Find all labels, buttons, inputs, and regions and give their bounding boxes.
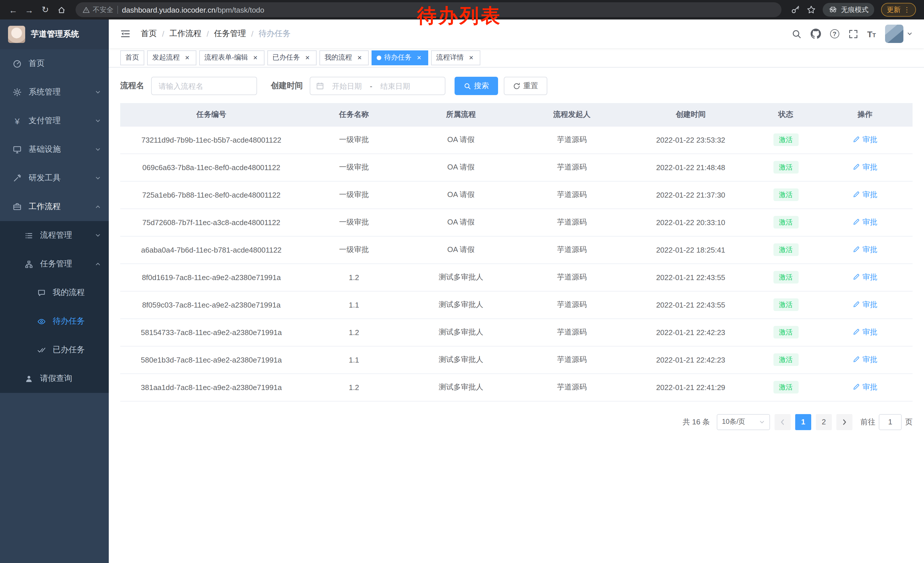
app-window: 芋道管理系统 首页 系统管理 ¥ 支付管 bbox=[0, 20, 924, 563]
breadcrumb-workflow[interactable]: 工作流程 bbox=[170, 29, 201, 39]
goto-page-input[interactable] bbox=[879, 414, 902, 430]
task-id: 069c6a63-7b8a-11ec-8ef0-acde48001122 bbox=[120, 153, 303, 181]
user-menu[interactable] bbox=[885, 25, 912, 43]
font-size-icon[interactable]: TT bbox=[867, 30, 876, 38]
sidebar-item-my-processes[interactable]: 我的流程 bbox=[0, 278, 109, 307]
person-icon bbox=[23, 374, 34, 383]
table-column-header: 任务编号 bbox=[120, 103, 303, 126]
monitor-icon bbox=[12, 145, 23, 154]
approve-link[interactable]: 审批 bbox=[853, 272, 878, 282]
approve-link[interactable]: 审批 bbox=[853, 354, 878, 365]
sidebar-item-payment[interactable]: ¥ 支付管理 bbox=[0, 107, 109, 135]
approve-link[interactable]: 审批 bbox=[853, 162, 878, 173]
tab-close-icon[interactable]: × bbox=[251, 54, 260, 62]
home-icon[interactable] bbox=[54, 2, 69, 17]
url-text[interactable]: dashboard.yudao.iocoder.cn/bpm/task/todo bbox=[122, 6, 264, 14]
reset-button[interactable]: 重置 bbox=[504, 77, 547, 95]
status-cell: 激活 bbox=[754, 181, 817, 209]
tab-close-icon[interactable]: × bbox=[415, 54, 423, 62]
action-cell: 审批 bbox=[818, 291, 912, 318]
process-name: 测试多审批人 bbox=[405, 374, 516, 401]
sidebar-item-done-tasks[interactable]: 已办任务 bbox=[0, 336, 109, 364]
fullscreen-icon[interactable] bbox=[848, 29, 858, 39]
sidebar-item-home[interactable]: 首页 bbox=[0, 49, 109, 78]
sidebar-item-workflow[interactable]: 工作流程 bbox=[0, 192, 109, 221]
create-time: 2022-01-21 22:42:23 bbox=[627, 318, 754, 346]
dashboard-icon bbox=[12, 59, 23, 68]
approve-link[interactable]: 审批 bbox=[853, 217, 878, 227]
approve-link[interactable]: 审批 bbox=[853, 189, 878, 200]
action-cell: 审批 bbox=[818, 346, 912, 374]
app-logo-row[interactable]: 芋道管理系统 bbox=[0, 20, 109, 49]
tab-close-icon[interactable]: × bbox=[356, 54, 363, 62]
approve-link[interactable]: 审批 bbox=[853, 245, 878, 255]
sidebar-toggle-icon[interactable] bbox=[120, 29, 130, 39]
security-indicator[interactable]: 不安全 bbox=[82, 5, 113, 15]
tab-close-icon[interactable]: × bbox=[183, 54, 191, 62]
approve-link[interactable]: 审批 bbox=[853, 135, 878, 145]
calendar-icon bbox=[316, 82, 324, 90]
gear-icon bbox=[12, 88, 23, 97]
sidebar-item-process-management[interactable]: 流程管理 bbox=[0, 221, 109, 250]
tab-item-0[interactable]: 首页 bbox=[120, 50, 144, 65]
sidebar-item-todo-tasks[interactable]: 待办任务 bbox=[0, 307, 109, 336]
omnibox-divider bbox=[117, 6, 118, 14]
start-date-input[interactable] bbox=[326, 81, 368, 91]
end-date-input[interactable] bbox=[375, 81, 416, 91]
table-column-header: 流程发起人 bbox=[516, 103, 627, 126]
sidebar-item-task-management[interactable]: 任务管理 bbox=[0, 250, 109, 278]
approve-link[interactable]: 审批 bbox=[853, 300, 878, 310]
app-logo bbox=[8, 26, 25, 43]
sidebar-item-label: 请假查询 bbox=[40, 374, 72, 384]
tab-item-4[interactable]: 我的流程× bbox=[320, 50, 369, 65]
approve-link[interactable]: 审批 bbox=[853, 327, 878, 337]
page-size-select[interactable]: 10条/页 bbox=[717, 414, 770, 430]
goto-suffix: 页 bbox=[905, 417, 912, 427]
date-range-picker[interactable]: - bbox=[310, 77, 446, 95]
breadcrumb-task-management[interactable]: 任务管理 bbox=[214, 29, 246, 39]
next-page-button[interactable] bbox=[836, 414, 852, 430]
tab-close-icon[interactable]: × bbox=[467, 54, 475, 62]
github-icon[interactable] bbox=[810, 29, 820, 39]
process-name: OA 请假 bbox=[405, 153, 516, 181]
sidebar-item-label: 研发工具 bbox=[28, 173, 61, 183]
action-cell: 审批 bbox=[818, 181, 912, 209]
reload-icon[interactable]: ↻ bbox=[38, 2, 52, 17]
sidebar: 芋道管理系统 首页 系统管理 ¥ 支付管 bbox=[0, 20, 109, 563]
breadcrumb-home[interactable]: 首页 bbox=[141, 29, 157, 39]
tab-item-2[interactable]: 流程表单-编辑× bbox=[199, 50, 264, 65]
tab-close-icon[interactable]: × bbox=[303, 54, 311, 62]
status-cell: 激活 bbox=[754, 374, 817, 401]
sidebar-item-infrastructure[interactable]: 基础设施 bbox=[0, 135, 109, 164]
process-name-input[interactable] bbox=[151, 77, 257, 95]
password-key-icon[interactable] bbox=[790, 5, 800, 14]
browser-menu-icon[interactable]: ⋮ bbox=[903, 6, 910, 14]
chevron-up-icon bbox=[95, 261, 101, 267]
tab-item-3[interactable]: 已办任务× bbox=[267, 50, 316, 65]
browser-actions: 无痕模式 更新 ⋮ bbox=[788, 3, 918, 17]
search-icon[interactable] bbox=[792, 29, 801, 39]
table-row: 75d72608-7b7f-11ec-a3c8-acde48001122一级审批… bbox=[120, 209, 912, 236]
search-button[interactable]: 搜索 bbox=[454, 77, 498, 95]
sidebar-item-devtools[interactable]: 研发工具 bbox=[0, 164, 109, 192]
back-icon[interactable]: ← bbox=[6, 2, 21, 17]
bookmark-star-icon[interactable] bbox=[807, 5, 816, 14]
prev-page-button[interactable] bbox=[775, 414, 790, 430]
approve-label: 审批 bbox=[862, 217, 878, 227]
approve-link[interactable]: 审批 bbox=[853, 382, 878, 392]
sidebar-item-system[interactable]: 系统管理 bbox=[0, 78, 109, 107]
tab-item-6[interactable]: 流程详情× bbox=[431, 50, 480, 65]
table-header-row: 任务编号任务名称所属流程流程发起人创建时间状态操作 bbox=[120, 103, 912, 126]
forward-icon[interactable]: → bbox=[22, 2, 37, 17]
help-icon[interactable]: ? bbox=[830, 29, 839, 38]
page-button-2[interactable]: 2 bbox=[816, 414, 832, 430]
browser-update-button[interactable]: 更新 ⋮ bbox=[881, 3, 916, 17]
sidebar-item-leave-query[interactable]: 请假查询 bbox=[0, 364, 109, 393]
tab-item-5[interactable]: 待办任务× bbox=[372, 50, 428, 65]
tab-active-dot bbox=[377, 55, 381, 60]
org-nodes-icon bbox=[23, 260, 34, 268]
tab-item-1[interactable]: 发起流程× bbox=[147, 50, 196, 65]
page-button-1[interactable]: 1 bbox=[795, 414, 811, 430]
initiator-name: 芋道源码 bbox=[516, 209, 627, 236]
edit-icon bbox=[853, 136, 860, 144]
